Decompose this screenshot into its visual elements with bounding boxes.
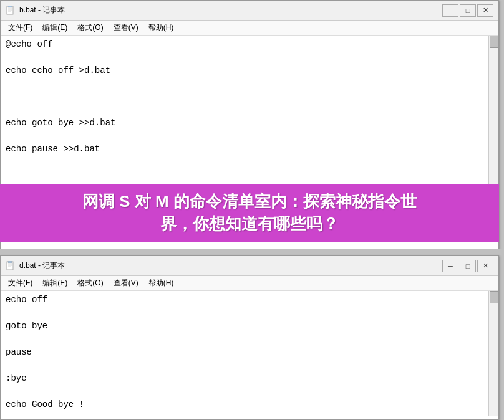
title-controls-bottom: ─ □ ✕ <box>442 260 493 272</box>
bottom-line-4: :bye <box>6 372 493 385</box>
menu-view-top[interactable]: 查看(V) <box>109 21 143 34</box>
window-title-top: b.bat - 记事本 <box>19 5 65 16</box>
scrollbar-thumb-top <box>490 36 498 48</box>
bottom-line-1: echo off <box>6 294 493 307</box>
close-button-bottom[interactable]: ✕ <box>477 260 493 272</box>
minimize-button-bottom[interactable]: ─ <box>442 260 458 272</box>
notepad-icon-bottom <box>6 261 16 271</box>
content-area-bottom[interactable]: echo off goto bye pause :bye echo Good b… <box>1 291 498 416</box>
menu-help-top[interactable]: 帮助(H) <box>143 21 179 34</box>
title-bar-bottom-left: d.bat - 记事本 <box>6 260 65 271</box>
content-line-1: @echo off <box>6 38 493 51</box>
bottom-line-5: echo Good bye ! <box>6 398 493 411</box>
title-controls-top: ─ □ ✕ <box>442 4 493 17</box>
banner-text: 网调 S 对 M 的命令清单室内：探索神秘指令世界，你想知道有哪些吗？ <box>82 190 417 236</box>
svg-rect-6 <box>8 261 12 263</box>
title-bar-bottom: d.bat - 记事本 ─ □ ✕ <box>1 256 498 276</box>
title-bar-left: b.bat - 记事本 <box>6 5 65 16</box>
svg-rect-1 <box>8 6 12 7</box>
close-button-top[interactable]: ✕ <box>477 4 493 17</box>
scrollbar-thumb-bottom <box>490 291 498 303</box>
content-line-6 <box>6 169 493 182</box>
menu-bar-bottom: 文件(F) 编辑(E) 格式(O) 查看(V) 帮助(H) <box>1 276 498 291</box>
maximize-button-bottom[interactable]: □ <box>460 260 476 272</box>
content-line-3 <box>6 90 493 103</box>
bottom-line-3: pause <box>6 346 493 359</box>
title-bar-top: b.bat - 记事本 ─ □ ✕ <box>1 1 498 21</box>
maximize-button-top[interactable]: □ <box>460 4 476 17</box>
menu-view-bottom[interactable]: 查看(V) <box>109 277 143 290</box>
notepad-icon <box>6 6 16 16</box>
bottom-line-2: goto bye <box>6 320 493 333</box>
menu-edit-bottom[interactable]: 编辑(E) <box>37 277 72 290</box>
minimize-button-top[interactable]: ─ <box>442 4 458 17</box>
menu-file-bottom[interactable]: 文件(F) <box>3 277 37 290</box>
overlay-banner: 网调 S 对 M 的命令清单室内：探索神秘指令世界，你想知道有哪些吗？ <box>0 184 499 242</box>
menu-help-bottom[interactable]: 帮助(H) <box>143 277 179 290</box>
window-d-bat: d.bat - 记事本 ─ □ ✕ 文件(F) 编辑(E) 格式(O) 查看(V… <box>0 255 499 420</box>
content-line-2: echo echo off >d.bat <box>6 64 493 77</box>
scrollbar-bottom[interactable] <box>488 291 498 416</box>
menu-bar-top: 文件(F) 编辑(E) 格式(O) 查看(V) 帮助(H) <box>1 21 498 36</box>
menu-format-bottom[interactable]: 格式(O) <box>72 277 108 290</box>
menu-edit-top[interactable]: 编辑(E) <box>37 21 72 34</box>
content-line-4: echo goto bye >>d.bat <box>6 117 493 130</box>
window-divider <box>0 249 504 255</box>
menu-format-top[interactable]: 格式(O) <box>72 21 108 34</box>
content-line-5: echo pause >>d.bat <box>6 143 493 156</box>
window-title-bottom: d.bat - 记事本 <box>19 260 65 271</box>
menu-file-top[interactable]: 文件(F) <box>3 21 37 34</box>
